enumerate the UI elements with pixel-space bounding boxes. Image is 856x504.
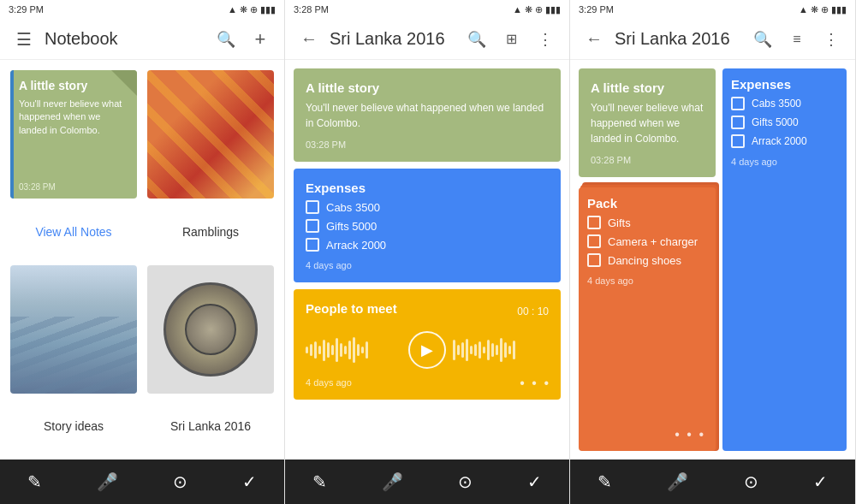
notebook-ramblings-card[interactable] [147,70,274,199]
ramblings-label: Ramblings [147,222,274,255]
back-icon-3[interactable]: ← [580,26,608,53]
more-icon-note[interactable]: • • • [520,376,550,391]
page-title-1: Notebook [45,29,205,49]
pack-label-1: Gifts [608,216,631,229]
nc-time: 4 days ago [306,377,549,388]
pencil-icon-1[interactable]: ✎ [21,465,49,499]
note-card-little-story[interactable]: A little story You'll never believe what… [10,70,137,199]
check-icon-1[interactable]: ✓ [235,465,264,499]
back-icon-2[interactable]: ← [295,26,323,53]
notebook-story-card[interactable] [10,265,137,394]
pack-checkbox-2[interactable] [587,234,601,248]
note-little-story-2[interactable]: A little story You'll never believe what… [294,68,561,162]
note-time: 03:28 PM [19,182,56,192]
status-icons-3: ▲ ❋ ⊕ ▮▮▮ [799,4,847,15]
more-icon-2[interactable]: ⋮ [532,26,559,53]
menu-icon[interactable]: ☰ [10,26,38,53]
note-little-story-3[interactable]: A little story You'll never believe what… [579,68,716,177]
search-icon-3[interactable]: 🔍 [749,26,776,53]
notebook-srilanka-card[interactable] [147,265,274,394]
pack-label-2: Camera + charger [608,235,698,248]
status-icons-2: ▲ ❋ ⊕ ▮▮▮ [513,4,561,15]
nc-title: People to meet [306,301,397,316]
mic-icon-3[interactable]: 🎤 [660,465,695,499]
note-body: You'll never believe what happened when … [19,98,128,137]
view-all-notes-link[interactable]: View All Notes [10,222,137,255]
pack-checkbox-3[interactable] [587,253,601,267]
story-image [10,265,137,394]
waveform-right [453,333,549,367]
nc-title: A little story [306,80,549,95]
expense-item-2: Gifts 5000 [306,219,549,233]
check-icon-2[interactable]: ✓ [520,465,549,499]
list-icon-3[interactable]: ≡ [783,26,811,53]
mandala-inner [185,304,236,355]
mic-icon-2[interactable]: 🎤 [375,465,410,499]
exp3-checkbox-3[interactable] [731,134,745,148]
camera-icon-1[interactable]: ⊙ [166,465,194,499]
note-expenses-3[interactable]: Expenses Cabs 3500 Gifts 5000 Arrack 200… [722,68,847,451]
pencil-icon-3[interactable]: ✎ [591,465,619,499]
ramblings-image [147,70,274,199]
status-time-1: 3:29 PM [9,4,44,15]
exp3-checkbox-2[interactable] [731,116,745,129]
page-title-3: Sri Lanka 2016 [615,29,742,49]
note-people-2[interactable]: People to meet 00 : 10 ▶ 4 days ago • • … [294,289,561,400]
pack-checkbox-1[interactable] [587,216,601,229]
camera-icon-2[interactable]: ⊙ [451,465,479,499]
pencil-icon-2[interactable]: ✎ [306,465,334,499]
nc-title: Expenses [306,181,549,195]
exp3-label-2: Gifts 5000 [752,116,799,128]
top-bar-2: ← Sri Lanka 2016 🔍 ⊞ ⋮ [285,19,569,60]
checkbox-1[interactable] [306,200,319,214]
expense-label-3: Arrack 2000 [326,239,386,252]
story-label: Story ideas [10,416,137,449]
exp3-item-1: Cabs 3500 [731,97,838,110]
play-button[interactable]: ▶ [408,331,446,369]
bottom-bar-2: ✎ 🎤 ⊙ ✓ [285,460,569,504]
bottom-bar-1: ✎ 🎤 ⊙ ✓ [0,460,284,504]
audio-row: ▶ [306,331,549,369]
pack-card-wrapper: Pack Gifts Camera + charger Dancing shoe… [579,187,716,451]
expense-label-1: Cabs 3500 [326,201,380,214]
search-icon-1[interactable]: 🔍 [212,26,240,53]
checkbox-2[interactable] [306,219,319,233]
nc-time: 4 days ago [731,157,838,167]
exp3-checkbox-1[interactable] [731,97,745,110]
mandala-outer [163,282,258,377]
note-pack-3[interactable]: Pack Gifts Camera + charger Dancing shoe… [579,187,716,451]
p3-right-col: Expenses Cabs 3500 Gifts 5000 Arrack 200… [722,68,847,451]
mandala-image [147,265,274,394]
nc-time: 4 days ago [587,276,707,286]
nc-title: A little story [591,80,704,95]
search-icon-2[interactable]: 🔍 [463,26,490,53]
status-time-3: 3:29 PM [579,4,614,15]
top-bar-3: ← Sri Lanka 2016 🔍 ≡ ⋮ [570,19,855,60]
notes-list-2: A little story You'll never believe what… [285,60,569,460]
checkbox-3[interactable] [306,238,319,252]
more-icon-pack[interactable]: • • • [675,427,705,442]
nc-time: 03:28 PM [591,155,704,165]
exp3-label-1: Cabs 3500 [752,98,801,110]
camera-icon-3[interactable]: ⊙ [737,465,765,499]
status-bar-1: 3:29 PM ▲ ❋ ⊕ ▮▮▮ [0,0,284,19]
status-time-2: 3:28 PM [294,4,329,15]
notebook-grid: A little story You'll never believe what… [0,60,284,460]
panel-1-notebook: 3:29 PM ▲ ❋ ⊕ ▮▮▮ ☰ Notebook 🔍 + A littl… [0,0,285,504]
check-icon-3[interactable]: ✓ [806,465,835,499]
expense-item-3: Arrack 2000 [306,238,549,252]
status-bar-3: 3:29 PM ▲ ❋ ⊕ ▮▮▮ [570,0,855,19]
panel-3-detail: 3:29 PM ▲ ❋ ⊕ ▮▮▮ ← Sri Lanka 2016 🔍 ≡ ⋮… [570,0,856,504]
nc-time: 03:28 PM [306,139,549,150]
add-icon-1[interactable]: + [247,26,274,53]
more-icon-3[interactable]: ⋮ [817,26,845,53]
nc-title: Expenses [731,77,838,92]
nc-title: Pack [587,196,707,210]
mic-icon-1[interactable]: 🎤 [90,465,125,499]
grid-icon-2[interactable]: ⊞ [497,26,525,53]
note-expenses-2[interactable]: Expenses Cabs 3500 Gifts 5000 Arrack 200… [294,169,561,282]
status-bar-2: 3:28 PM ▲ ❋ ⊕ ▮▮▮ [285,0,569,19]
pack-label-3: Dancing shoes [608,254,681,267]
pack-item-2: Camera + charger [587,234,707,248]
status-icons-1: ▲ ❋ ⊕ ▮▮▮ [228,4,276,15]
